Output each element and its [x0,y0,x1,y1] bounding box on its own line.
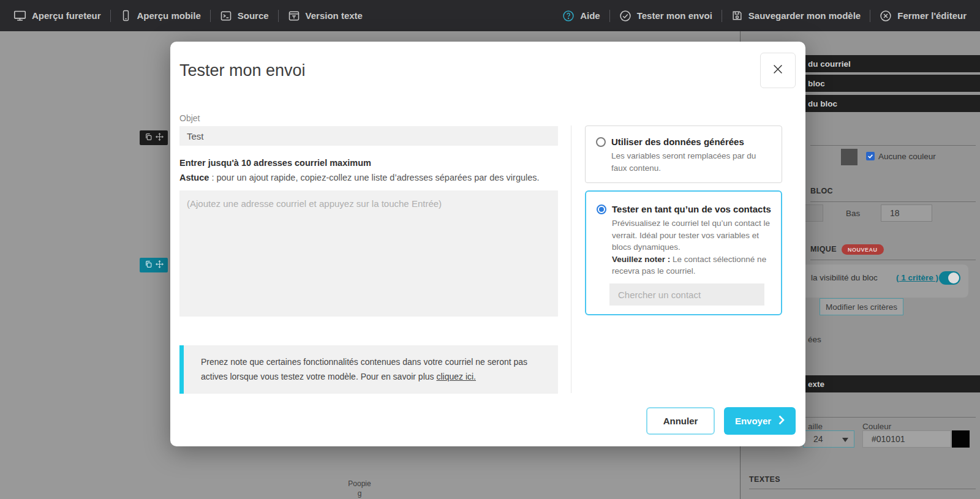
bas-label: Bas [846,209,860,218]
recipients-tip: Astuce : pour un ajout rapide, copiez-co… [179,173,540,182]
move-block-icon[interactable] [156,132,164,143]
option-description: Prévisualisez le courriel tel qu’un cont… [612,217,774,277]
browser-preview-button[interactable]: Aperçu fureteur [13,9,101,22]
dynamic-section-title: MIQUE [810,245,837,253]
couleur-label: Couleur [862,422,891,431]
copy-block-icon[interactable] [145,132,153,143]
radio-unselected[interactable] [596,137,606,147]
close-editor-button[interactable]: Fermer l'éditeur [880,10,967,22]
option-description: Les variables seront remplacées par du f… [611,150,773,174]
divider [278,10,279,22]
notice-box: Prenez note que certaines fonctionnalité… [179,345,558,394]
option-test-as-contact[interactable]: Tester en tant qu’un de vos contacts Pré… [585,190,782,315]
divider [870,10,870,22]
taille-label: aille [808,422,823,431]
learn-more-link[interactable]: cliquez ici. [436,372,476,381]
subject-input[interactable] [179,126,558,146]
divider [810,201,976,202]
test-send-modal: Tester mon envoi Objet Entrer jusqu'à 10… [170,42,805,446]
save-template-button[interactable]: Sauvegarder mon modèle [731,10,861,21]
visibility-toggle[interactable] [939,271,960,285]
help-button[interactable]: Aide [562,10,600,22]
modal-close-button[interactable] [760,53,796,88]
divider [810,145,976,146]
mobile-icon [120,10,132,21]
radio-selected[interactable] [597,204,606,214]
text-fragment-ees: ées [808,335,821,344]
spacing-bottom-input[interactable]: 18 [881,204,932,222]
contact-search-input[interactable] [609,283,764,306]
mobile-preview-button[interactable]: Aperçu mobile [120,10,201,21]
divider [571,126,571,393]
text-version-icon [288,10,300,22]
option-title: Tester en tant qu’un de vos contacts [612,204,771,214]
close-icon [771,62,785,78]
cancel-button[interactable]: Annuler [646,407,715,435]
divider [722,10,722,22]
nouveau-badge: NOUVEAU [842,244,884,255]
chevron-right-icon [778,415,785,427]
save-icon [731,10,743,21]
divider [210,10,211,22]
font-color-input[interactable]: #010101 [862,430,951,448]
footer-line: Poopie [268,479,451,489]
test-send-button[interactable]: Tester mon envoi [619,10,712,22]
move-block-icon[interactable] [156,260,164,271]
recipients-heading: Entrer jusqu'à 10 adresses courriel maxi… [179,158,371,168]
divider [810,260,976,260]
option-generated-data[interactable]: Utiliser des données générées Les variab… [585,126,782,183]
option-title: Utiliser des données générées [611,137,744,147]
font-size-select[interactable]: 24 [803,430,854,448]
source-button[interactable]: Source [220,10,269,22]
no-color-checkbox[interactable] [866,152,875,160]
textes-section-title: TEXTES [749,475,780,484]
copy-block-icon[interactable] [145,260,153,271]
email-addresses-input[interactable] [179,190,558,317]
chevron-down-icon [842,438,848,442]
modal-title: Tester mon envoi [179,61,306,80]
visibility-label: la visibilité du bloc [811,273,878,282]
block-toolbar-dark [140,130,168,145]
email-footer: Poopie g g (Québec) | h0h0h0 | Canada cb… [268,479,451,499]
source-code-icon [220,10,232,22]
block-toolbar-teal [140,258,168,272]
divider [609,10,610,22]
close-circle-icon [880,10,892,22]
subject-label: Objet [179,113,200,123]
editor-topbar: Aperçu fureteur Aperçu mobile Source Ver… [0,0,980,31]
text-version-button[interactable]: Version texte [288,10,363,22]
color-swatch-gray[interactable] [841,149,858,165]
help-icon [562,10,575,22]
divider [749,489,976,489]
color-swatch-black[interactable] [952,430,970,448]
check-circle-icon [619,10,631,22]
criteria-link[interactable]: ( 1 critère ) [896,273,938,282]
bloc-section-title: BLOC [810,187,833,195]
send-button[interactable]: Envoyer [724,407,796,435]
divider [110,10,111,22]
no-color-label: Aucune couleur [878,152,936,161]
modify-criteria-button[interactable]: Modifier les critères [820,298,903,315]
monitor-icon [13,9,26,22]
footer-line: g [268,489,451,499]
